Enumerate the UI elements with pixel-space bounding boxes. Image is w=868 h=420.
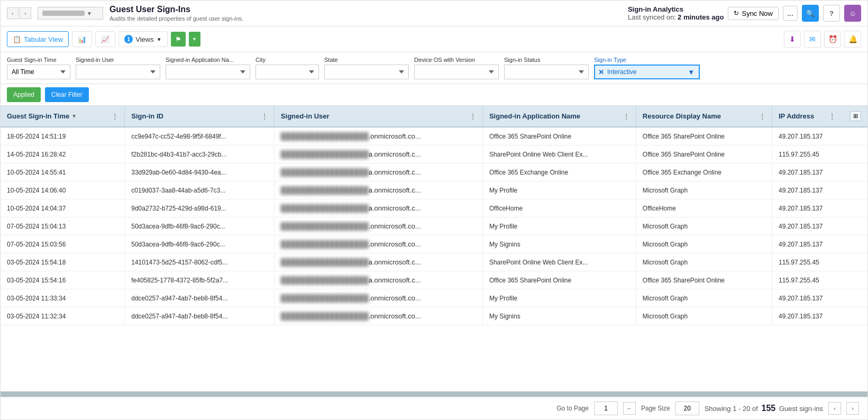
signin-type-label: Sign-in Type [594,57,700,63]
toolbar-right: ⬇ ✉ ⏰ 🔔 [784,31,861,48]
smiley-icon: ☺ [849,10,856,17]
cell-signin-id: 14101473-5d25-4157-8062-cdf5... [125,253,275,271]
col-menu-signed-in-app-icon[interactable]: ⋮ [623,113,629,120]
tabular-view-button[interactable]: 📋 Tabular View [7,31,69,47]
col-signin-id: Sign-in ID ⋮ [125,106,275,127]
table-row: 03-05-2024 11:33:34 ddce0257-a947-4ab7-b… [1,289,867,307]
signed-in-user-select[interactable] [76,65,160,79]
sync-now-button[interactable]: ↻ Sync Now [728,7,779,20]
cell-ip-address: 49.207.185.137 [772,163,868,181]
cell-signed-user: ██████████████████a.onmicrosoft.c... [274,181,482,199]
cell-ip-address: 49.207.185.137 [772,181,868,199]
column-settings-button[interactable]: ⊞ [850,111,861,121]
analytics-section: Sign-in Analytics Last synced on: 2 minu… [628,5,724,21]
city-label: City [255,57,319,63]
signed-in-app-select[interactable] [166,65,250,79]
chart-icon: 📊 [78,35,86,43]
cell-app-name: My Profile [482,181,636,199]
device-os-label: Device OS with Version [414,57,499,63]
cell-signin-id: ddce0257-a947-4ab7-beb8-8f54... [125,289,275,307]
nav-forward-button[interactable]: › [20,7,31,19]
cell-signin-id: c019d037-3aa8-44ab-a5d6-7c3... [125,181,275,199]
filter-dropdown-button[interactable]: ▼ [189,32,200,47]
cell-signed-user: ██████████████████a.onmicrosoft.c... [274,145,482,163]
feedback-button[interactable]: ☺ [844,5,861,22]
cell-signin-id: cc9e947c-cc52-4e98-9f5f-6849f... [125,127,275,145]
views-button[interactable]: 1 Views ▼ [118,31,167,47]
chart-view-button[interactable]: 📊 [72,31,92,47]
guest-signin-time-label: Guest Sign-in Time [7,57,70,63]
filter-button[interactable]: ⚑ [171,32,186,47]
col-menu-guest-signin-time-icon[interactable]: ⋮ [112,113,118,120]
cell-app-name: My Profile [482,289,636,307]
state-filter: State [324,57,409,79]
breadcrumb: ▼ [38,7,103,20]
schedule-icon: ⏰ [828,35,837,43]
more-options-button[interactable]: ... [783,6,798,21]
col-menu-signin-id-icon[interactable]: ⋮ [261,113,268,120]
signin-type-clear-icon[interactable]: ✕ [595,68,607,76]
cell-resource-name: OfficeHome [636,199,772,217]
horizontal-scrollbar[interactable] [1,391,867,397]
next-page-arrow-button[interactable]: › [846,402,859,415]
cell-resource-name: Office 365 SharePoint Online [636,271,772,289]
signed-in-app-label: Signed-in Application Na... [166,57,250,63]
schedule-button[interactable]: ⏰ [824,31,841,48]
table-container: Guest Sign-in Time ▼ ⋮ Sign-in ID ⋮ [1,106,867,391]
search-icon: 🔍 [806,10,815,17]
page-number-input[interactable] [594,401,618,415]
email-button[interactable]: ✉ [804,31,821,48]
col-menu-resource-display-name-icon[interactable]: ⋮ [759,113,765,120]
sort-guest-signin-time-icon[interactable]: ▼ [71,113,77,119]
applied-button[interactable]: Applied [7,87,41,102]
cell-app-name: Office 365 SharePoint Online [482,127,636,145]
cell-signed-user: ██████████████████a.onmicrosoft.c... [274,163,482,181]
nav-back-button[interactable]: ‹ [7,7,19,19]
col-signed-in-user: Signed-in User ⋮ [274,106,482,127]
guest-signin-time-select[interactable]: All Time [7,65,70,79]
table-row: 10-05-2024 14:55:41 33d929ab-0e60-4d84-9… [1,163,867,181]
table-footer: Go to Page ← Page Size Showing 1 - 20 of… [1,397,867,419]
bell-icon: 🔔 [848,35,857,43]
signed-in-user-label: Signed-in User [76,57,160,63]
clear-filter-button[interactable]: Clear Filter [45,87,89,102]
device-os-select[interactable] [414,65,499,79]
signed-in-app-filter: Signed-in Application Na... [166,57,250,79]
sync-icon: ↻ [734,10,739,17]
filter-actions-row: Applied Clear Filter [1,84,867,106]
state-select[interactable] [324,65,409,79]
col-menu-signed-in-user-icon[interactable]: ⋮ [470,113,476,120]
cell-app-name: OfficeHome [482,199,636,217]
download-button[interactable]: ⬇ [784,31,801,48]
search-button[interactable]: 🔍 [802,5,819,22]
table-row: 03-05-2024 15:54:16 fe405825-1778-4372-8… [1,271,867,289]
prev-page-button[interactable]: ← [623,402,636,415]
cell-app-name: Office 365 SharePoint Online [482,271,636,289]
help-icon: ? [829,10,834,17]
page-title: Guest User Sign-Ins [109,5,622,14]
notifications-button[interactable]: 🔔 [844,31,861,48]
cell-app-name: Office 365 Exchange Online [482,163,636,181]
page-size-input[interactable] [675,401,699,415]
cell-signin-time: 03-05-2024 15:54:16 [1,271,125,289]
signin-status-select[interactable] [504,65,589,79]
signin-type-dropdown-button[interactable]: ▼ [683,68,699,76]
analytics-title: Sign-in Analytics [628,5,724,13]
cell-resource-name: Office 365 SharePoint Online [636,127,772,145]
table-row: 07-05-2024 15:03:56 50d3acea-9dfb-46f8-9… [1,235,867,253]
prev-page-arrow-button[interactable]: ‹ [828,402,841,415]
help-button[interactable]: ? [823,5,840,22]
analytics-view-button[interactable]: 📈 [95,31,115,47]
col-guest-signin-time: Guest Sign-in Time ▼ ⋮ [1,106,125,127]
cell-resource-name: Microsoft Graph [636,217,772,235]
breadcrumb-selector[interactable]: ▼ [38,7,103,20]
cell-signin-time: 03-05-2024 11:33:34 [1,289,125,307]
table-row: 18-05-2024 14:51:19 cc9e947c-cc52-4e98-9… [1,127,867,145]
cell-signed-user: ██████████████████.onmicrosoft.co... [274,235,482,253]
cell-signin-id: ddce0257-a947-4ab7-beb8-8f54... [125,307,275,325]
city-select[interactable] [255,65,319,79]
analytics-icon: 📈 [101,35,109,43]
col-menu-ip-address-icon[interactable]: ⋮ [829,113,835,120]
signed-in-user-filter: Signed-in User [76,57,160,79]
cell-signed-user: ██████████████████.onmicrosoft.co... [274,127,482,145]
